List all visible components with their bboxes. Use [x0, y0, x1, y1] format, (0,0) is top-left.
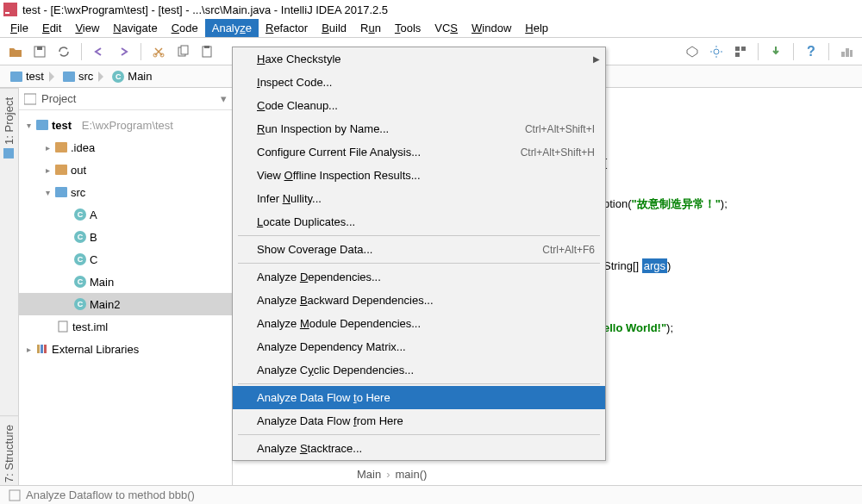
- copy-icon[interactable]: [174, 43, 191, 60]
- menu-analyze-deps[interactable]: Analyze Dependencies...: [233, 265, 605, 289]
- menu-run-inspection[interactable]: Run Inspection by Name...Ctrl+Alt+Shift+…: [233, 117, 605, 140]
- gutter-project[interactable]: 1: Project: [0, 88, 18, 167]
- paste-icon[interactable]: [198, 43, 216, 60]
- menu-show-coverage[interactable]: Show Coverage Data...Ctrl+Alt+F6: [233, 238, 605, 261]
- project-panel: Project ▾ ▾test E:\wxProgram\test ▸.idea…: [19, 88, 233, 504]
- class-icon: C: [74, 231, 86, 243]
- menu-haxe-checkstyle[interactable]: Haxe Checkstyle▶: [233, 47, 605, 71]
- menu-cyclic-deps[interactable]: Analyze Cyclic Dependencies...: [233, 358, 605, 382]
- menu-view-offline[interactable]: View Offline Inspection Results...: [233, 164, 605, 187]
- class-icon: C: [112, 71, 124, 83]
- left-gutter: 1: Project 7: Structure: [0, 88, 19, 504]
- svg-rect-19: [59, 321, 67, 332]
- menu-view[interactable]: View: [68, 19, 106, 37]
- sync-icon[interactable]: [55, 43, 72, 60]
- chevron-down-icon[interactable]: ▾: [221, 92, 227, 105]
- analyze-dropdown: Haxe Checkstyle▶ Inspect Code... Code Cl…: [232, 47, 606, 461]
- file-icon: [57, 320, 69, 333]
- menu-dataflow-from[interactable]: Analyze Data Flow from Here: [233, 409, 605, 432]
- folder-icon: [55, 165, 67, 175]
- menu-code-cleanup[interactable]: Code Cleanup...: [233, 94, 605, 117]
- menu-help[interactable]: Help: [518, 19, 555, 37]
- svg-rect-22: [44, 345, 47, 353]
- menu-tools[interactable]: Tools: [388, 19, 428, 37]
- project-tree: ▾test E:\wxProgram\test ▸.idea ▸out ▾src…: [19, 110, 232, 504]
- menu-locate-duplicates[interactable]: Locate Duplicates...: [233, 210, 605, 233]
- tree-class-c[interactable]: CC: [19, 248, 232, 271]
- menu-configure-analysis[interactable]: Configure Current File Analysis...Ctrl+A…: [233, 140, 605, 164]
- menu-bar: File Edit View Navigate Code Analyze Ref…: [0, 19, 862, 38]
- code-text: );: [666, 321, 673, 334]
- menu-edit[interactable]: Edit: [35, 19, 68, 37]
- breadcrumb-root[interactable]: test: [5, 68, 49, 84]
- menu-inspect-code[interactable]: Inspect Code...: [233, 71, 605, 94]
- undo-icon[interactable]: [91, 43, 108, 60]
- folder-icon: [10, 72, 22, 82]
- breadcrumb-main[interactable]: CMain: [107, 68, 157, 84]
- status-icon[interactable]: [9, 489, 21, 501]
- tree-idea[interactable]: ▸.idea: [19, 136, 232, 159]
- menu-navigate[interactable]: Navigate: [106, 19, 164, 37]
- svg-rect-11: [735, 47, 740, 51]
- help-icon[interactable]: ?: [803, 43, 820, 60]
- menu-infer-nullity[interactable]: Infer Nullity...: [233, 187, 605, 210]
- tree-iml[interactable]: test.iml: [19, 315, 232, 338]
- code-string: ello World!": [603, 321, 666, 334]
- class-icon: C: [74, 253, 86, 265]
- tree-class-b[interactable]: CB: [19, 226, 232, 248]
- menu-stacktrace[interactable]: Analyze Stacktrace...: [233, 437, 605, 460]
- menu-vcs[interactable]: VCS: [428, 19, 465, 37]
- save-icon[interactable]: [31, 43, 48, 60]
- menu-file[interactable]: File: [3, 19, 35, 37]
- folder-icon: [63, 72, 75, 82]
- build-icon[interactable]: [684, 43, 701, 60]
- library-icon: [36, 343, 48, 355]
- tree-class-a[interactable]: CA: [19, 203, 232, 226]
- structure-icon[interactable]: [732, 43, 749, 60]
- menu-window[interactable]: Window: [465, 19, 518, 37]
- menu-refactor[interactable]: Refactor: [259, 19, 315, 37]
- class-icon: C: [74, 276, 86, 288]
- nav-class[interactable]: Main: [357, 468, 381, 481]
- update-icon[interactable]: [767, 43, 784, 60]
- svg-point-10: [714, 49, 719, 54]
- panel-icon: [24, 93, 36, 105]
- module-icon: [36, 120, 48, 130]
- cut-icon[interactable]: [150, 43, 167, 60]
- redo-icon[interactable]: [115, 43, 132, 60]
- project-icon: [4, 148, 15, 159]
- menu-build[interactable]: Build: [315, 19, 353, 37]
- code-text: String[]: [603, 259, 642, 272]
- class-icon: C: [74, 208, 86, 221]
- tree-external[interactable]: ▸External Libraries: [19, 338, 232, 360]
- code-text: );: [721, 197, 728, 210]
- menu-code[interactable]: Code: [165, 19, 205, 37]
- settings-icon[interactable]: [708, 43, 725, 60]
- open-icon[interactable]: [7, 43, 24, 60]
- folder-icon: [55, 187, 67, 197]
- class-icon: C: [74, 298, 86, 310]
- menu-run[interactable]: Run: [353, 19, 388, 37]
- menu-analyze[interactable]: Analyze: [205, 19, 259, 37]
- status-text: Analyze Dataflow to method bbb(): [26, 488, 195, 501]
- menu-dep-matrix[interactable]: Analyze Dependency Matrix...: [233, 335, 605, 358]
- code-text: ption(: [603, 197, 632, 210]
- panel-header[interactable]: Project ▾: [19, 88, 232, 110]
- svg-rect-12: [741, 47, 746, 51]
- nav-crumbs: Main › main(): [357, 463, 427, 485]
- tree-out[interactable]: ▸out: [19, 159, 232, 181]
- tree-src[interactable]: ▾src: [19, 181, 232, 203]
- tree-class-main2[interactable]: CMain2: [19, 293, 232, 315]
- menu-module-deps[interactable]: Analyze Module Dependencies...: [233, 312, 605, 335]
- code-selection: args: [642, 258, 667, 273]
- nav-method[interactable]: main(): [396, 468, 428, 481]
- menu-backward-deps[interactable]: Analyze Backward Dependencies...: [233, 289, 605, 312]
- menu-dataflow-to[interactable]: Analyze Data Flow to Here: [233, 386, 605, 409]
- tree-class-main[interactable]: CMain: [19, 271, 232, 293]
- breadcrumb-src[interactable]: src: [58, 68, 98, 84]
- svg-rect-3: [37, 47, 42, 50]
- tree-root[interactable]: ▾test E:\wxProgram\test: [19, 114, 232, 136]
- find-icon[interactable]: [838, 43, 855, 60]
- svg-rect-14: [4, 148, 15, 159]
- svg-rect-23: [9, 490, 20, 501]
